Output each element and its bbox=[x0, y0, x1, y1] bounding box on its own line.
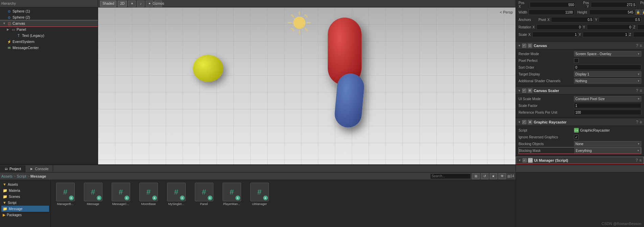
text-label: Text (Legacy) bbox=[22, 33, 44, 38]
scene-view: Shaded 2D ☀ ♪ ✦ Gizmos < Persp bbox=[98, 0, 515, 164]
tree-item-panel[interactable]: ▶ ▭ Panel bbox=[0, 26, 98, 32]
audio-button[interactable]: ♪ bbox=[137, 1, 144, 7]
tree-item-eventsystem[interactable]: ⚡ EventSystem bbox=[0, 39, 98, 45]
posy-input[interactable] bbox=[591, 2, 637, 7]
shader-channels-dropdown[interactable]: Nothing ▼ bbox=[574, 78, 641, 84]
project-tool4[interactable]: 👁 bbox=[499, 173, 506, 179]
file-name-moonbase: MoonBase bbox=[141, 202, 156, 206]
packages-label: Packages bbox=[7, 213, 22, 217]
gr-checkbox[interactable]: ✓ bbox=[522, 120, 526, 124]
fx-button[interactable]: ✦ bbox=[146, 1, 153, 7]
file-item-playerman[interactable]: # + PlayerMan... bbox=[220, 183, 244, 206]
roty-input[interactable] bbox=[587, 24, 632, 30]
canvas-scaler-settings-icon[interactable]: ≡ bbox=[640, 88, 642, 93]
canvas-scaler-help-icon[interactable]: ? bbox=[636, 88, 638, 93]
gr-settings-icon[interactable]: ≡ bbox=[640, 120, 642, 124]
width-input[interactable] bbox=[529, 9, 574, 15]
target-display-dropdown[interactable]: Display 1 ▼ bbox=[574, 71, 641, 77]
file-item-mysinglet[interactable]: # + MySinglet... bbox=[164, 183, 188, 206]
canvas-header[interactable]: ▼ ✓ ◫ Canvas ? ≡ bbox=[516, 42, 644, 49]
assets-folder-label: Assets bbox=[8, 183, 18, 186]
file-item-moonbase[interactable]: # + MoonBase bbox=[137, 183, 160, 206]
folder-scenes[interactable]: 📁 Scenes bbox=[1, 194, 49, 200]
folder-message[interactable]: 📁 Message bbox=[1, 206, 49, 212]
graphic-raycaster-header[interactable]: ▼ ✓ ◈ Graphic Raycaster ? ≡ bbox=[516, 118, 644, 126]
breadcrumb-script[interactable]: Script bbox=[17, 174, 26, 178]
render-mode-dropdown[interactable]: Screen Space - Overlay ▼ bbox=[574, 51, 641, 56]
file-item-panel[interactable]: # + Panel bbox=[192, 183, 216, 206]
tree-item-text[interactable]: T Text (Legacy) bbox=[0, 32, 98, 39]
scalez-input[interactable] bbox=[633, 32, 644, 37]
lock-button[interactable]: 🔒 bbox=[636, 9, 641, 15]
folder-script[interactable]: ▼ Script bbox=[1, 200, 49, 206]
lock2-button[interactable]: 🔒 bbox=[642, 9, 644, 15]
project-tool1[interactable]: ⊞ bbox=[472, 173, 480, 179]
sort-order-row: Sort Order bbox=[519, 64, 641, 71]
ui-manager-header[interactable]: ▼ ✓ C# Ui Manager (Script) ? ≡ bbox=[516, 157, 644, 164]
folder-materia[interactable]: 📁 Materia bbox=[1, 187, 49, 194]
blocking-objects-arrow: ▼ bbox=[637, 142, 640, 145]
sort-order-input[interactable] bbox=[574, 65, 641, 70]
tab-project[interactable]: 🗂 Project bbox=[0, 165, 25, 172]
canvas-scaler-body: UI Scale Mode Constant Pixel Size ▼ Scal… bbox=[516, 94, 644, 117]
scalex-input[interactable] bbox=[532, 32, 578, 37]
pivot-y-input[interactable] bbox=[599, 17, 641, 22]
pivot-x-input[interactable] bbox=[551, 17, 594, 22]
project-tool2[interactable]: ↺ bbox=[481, 173, 488, 179]
ui-scale-mode-dropdown[interactable]: Constant Pixel Size ▼ bbox=[574, 96, 641, 101]
scale-factor-input[interactable] bbox=[574, 103, 641, 108]
csdn-watermark: CSDN @RomanBesson bbox=[601, 222, 641, 226]
tree-item-canvas[interactable]: ▼ ◫ Canvas bbox=[0, 20, 98, 26]
file-item-uimanager[interactable]: # + UiManager bbox=[248, 183, 271, 206]
posy-label: Pos Y bbox=[580, 1, 590, 8]
shaded-button[interactable]: Shaded bbox=[100, 1, 116, 7]
svg-line-5 bbox=[292, 15, 294, 17]
tree-item-sphere1[interactable]: ⊙ Sphere (1) bbox=[0, 8, 98, 14]
materia-folder-label: Materia bbox=[9, 189, 20, 192]
rotx-input[interactable] bbox=[536, 24, 582, 30]
blocking-mask-dropdown[interactable]: Everything ▼ bbox=[574, 148, 641, 153]
tab-console[interactable]: ▶ Console bbox=[25, 165, 53, 172]
gr-help-icon[interactable]: ? bbox=[636, 120, 638, 124]
twod-button[interactable]: 2D bbox=[118, 1, 127, 7]
blocking-objects-dropdown[interactable]: None ▼ bbox=[574, 141, 641, 146]
ref-pixels-input[interactable] bbox=[574, 110, 641, 115]
script-folder-icon: ▼ bbox=[3, 201, 6, 205]
canvas-scaler-component: ▼ ✓ ⊞ Canvas Scaler ? ≡ UI Scale Mode Co… bbox=[516, 86, 644, 118]
breadcrumb-assets[interactable]: Assets bbox=[1, 174, 13, 178]
project-tool3[interactable]: ★ bbox=[490, 173, 497, 179]
uim-checkbox[interactable]: ✓ bbox=[523, 158, 527, 162]
canvas-settings-icon[interactable]: ≡ bbox=[640, 43, 642, 48]
ignore-reversed-checkbox[interactable]: ✓ bbox=[574, 135, 579, 139]
gizmos-button[interactable]: Gizmos bbox=[155, 1, 162, 7]
folder-packages[interactable]: ▶ Packages bbox=[1, 212, 49, 218]
panel-label: Panel bbox=[17, 27, 26, 31]
file-item-message[interactable]: # + Message bbox=[81, 183, 105, 206]
file-icon-playerman: # + bbox=[223, 183, 241, 201]
tree-item-sphere2[interactable]: ⊙ Sphere (2) bbox=[0, 14, 98, 20]
canvas-help-icon[interactable]: ? bbox=[636, 43, 638, 48]
uim-settings-icon[interactable]: ≡ bbox=[639, 158, 642, 163]
posx-input[interactable] bbox=[530, 2, 575, 7]
uim-help-icon[interactable]: ? bbox=[636, 158, 638, 163]
pixel-perfect-row: Pixel Perfect bbox=[519, 57, 641, 64]
scaley-input[interactable] bbox=[583, 32, 628, 37]
light-button[interactable]: ☀ bbox=[128, 1, 136, 7]
pixel-perfect-checkbox[interactable] bbox=[574, 58, 579, 63]
uim-icon: C# bbox=[528, 158, 533, 163]
project-search-input[interactable] bbox=[430, 174, 471, 179]
canvas-scaler-header[interactable]: ▼ ✓ ⊞ Canvas Scaler ? ≡ bbox=[516, 87, 644, 94]
blocking-mask-value: Everything bbox=[576, 149, 592, 153]
canvas-checkbox[interactable]: ✓ bbox=[522, 44, 526, 48]
file-item-messagec[interactable]: # + MessageC... bbox=[109, 183, 133, 206]
canvas-title: Canvas bbox=[534, 44, 636, 48]
folder-assets[interactable]: ▼ Assets bbox=[1, 181, 49, 187]
sun-object bbox=[286, 9, 313, 36]
file-icon-moonbase: # + bbox=[139, 183, 158, 201]
canvas-scaler-checkbox[interactable]: ✓ bbox=[522, 89, 526, 93]
hierarchy-title: Hierarchy bbox=[1, 2, 16, 5]
height-input[interactable] bbox=[589, 9, 635, 15]
file-item-managerb[interactable]: # + ManagerB... bbox=[53, 183, 77, 206]
rotz-input[interactable] bbox=[637, 24, 644, 30]
tree-item-messagecenter[interactable]: ✉ MessageCenter bbox=[0, 45, 98, 51]
